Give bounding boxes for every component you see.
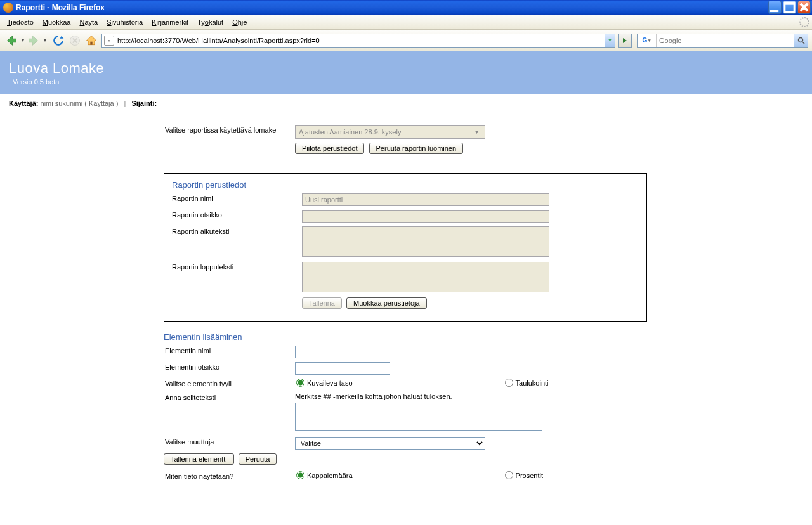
main-content: Valitse raportissa käytettävä lomake Aja… — [0, 112, 812, 480]
form-select-dropdown: Ajatusten Aamiainen 28.9. kysely ▼ — [295, 125, 485, 139]
report-outro-label: Raportin lopputeksti — [172, 262, 302, 271]
forward-dropdown: ▼ — [43, 37, 47, 43]
search-engine-selector[interactable]: G▾ — [638, 34, 657, 47]
style-descriptive-radio[interactable]: Kuvaileva taso — [296, 379, 353, 387]
display-percent-label: Prosentit — [516, 472, 543, 479]
style-tabulation-radio[interactable]: Taulukointi — [505, 379, 549, 387]
element-style-label: Valitse elementin tyyli — [165, 379, 295, 387]
window-minimize-button[interactable] — [768, 1, 782, 14]
search-bar[interactable]: G▾ — [637, 34, 808, 48]
svg-rect-4 — [90, 41, 92, 44]
save-basics-button: Tallenna — [302, 297, 342, 309]
location-label: Sijainti: — [131, 100, 157, 107]
add-element-title: Elementin lisääminen — [164, 332, 812, 342]
display-mode-label: Miten tieto näytetään? — [165, 471, 295, 480]
report-name-label: Raportin nimi — [172, 193, 302, 202]
page-banner: Luova Lomake Versio 0.5 beta — [0, 51, 812, 94]
menu-sivuhistoria[interactable]: Sivuhistoria — [102, 16, 147, 28]
svg-point-5 — [798, 37, 802, 42]
info-separator: | — [124, 100, 126, 107]
svg-rect-0 — [770, 10, 778, 12]
forward-button — [26, 33, 41, 48]
element-title-input[interactable] — [295, 362, 390, 375]
back-button[interactable] — [4, 33, 19, 48]
home-button[interactable] — [84, 33, 99, 48]
cancel-report-button[interactable]: Peruuta raportin luominen — [369, 143, 464, 154]
search-input[interactable] — [657, 37, 794, 44]
variable-label: Valitse muuttuja — [165, 437, 295, 446]
element-name-label: Elementin nimi — [165, 346, 295, 354]
menu-tyokalut[interactable]: Työkalut — [193, 16, 228, 28]
app-title: Luova Lomake — [9, 60, 803, 77]
window-maximize-button[interactable] — [783, 1, 796, 14]
variable-select[interactable]: -Valitse- — [295, 437, 485, 450]
app-version: Versio 0.5 beta — [9, 78, 803, 86]
user-label: Käyttäjä: — [9, 100, 38, 107]
report-title-label: Raportin otsikko — [172, 210, 302, 219]
navigation-toolbar: ▼ ▼ ▫ ▼ G▾ — [0, 30, 812, 51]
menu-bar: Tiedosto Muokkaa Näytä Sivuhistoria Kirj… — [0, 15, 812, 30]
style-tabulation-label: Taulukointi — [516, 379, 549, 387]
edit-basics-button[interactable]: Muokkaa perustietoja — [346, 297, 427, 309]
display-count-radio[interactable]: Kappalemäärä — [296, 471, 353, 479]
cancel-element-button[interactable]: Peruuta — [239, 453, 277, 465]
report-title-input — [302, 210, 549, 223]
activity-indicator-icon — [799, 17, 809, 27]
url-dropdown[interactable]: ▼ — [605, 34, 615, 47]
menu-nayta[interactable]: Näytä — [75, 16, 102, 28]
form-select-value: Ajatusten Aamiainen 28.9. kysely — [299, 128, 401, 136]
report-intro-label: Raportin alkuteksti — [172, 226, 302, 235]
info-strip: Käyttäjä: nimi sukunimi ( Käyttäjä ) | S… — [0, 94, 812, 112]
legend-textarea[interactable] — [295, 403, 542, 431]
window-titlebar: Raportti - Mozilla Firefox — [0, 0, 812, 15]
form-select-label: Valitse raportissa käytettävä lomake — [165, 125, 295, 134]
style-descriptive-label: Kuvaileva taso — [307, 379, 353, 387]
report-outro-textarea — [302, 262, 549, 292]
report-basics-title: Raportin perustiedot — [172, 180, 639, 190]
menu-kirjanmerkit[interactable]: Kirjanmerkit — [147, 16, 193, 28]
element-title-label: Elementin otsikko — [165, 362, 295, 371]
user-value: nimi sukunimi ( Käyttäjä ) — [41, 100, 119, 107]
menu-muokkaa[interactable]: Muokkaa — [38, 16, 75, 28]
go-button[interactable] — [618, 34, 632, 48]
hide-basics-button[interactable]: Piilota perustiedot — [295, 143, 364, 154]
window-title: Raportti - Mozilla Firefox — [16, 3, 768, 12]
report-basics-panel: Raportin perustiedot Raportin nimi Rapor… — [164, 173, 647, 322]
chevron-down-icon: ▼ — [472, 126, 481, 138]
report-intro-textarea — [302, 226, 549, 257]
element-name-input[interactable] — [295, 346, 390, 358]
legend-label: Anna seliteteksti — [165, 392, 295, 401]
display-percent-radio[interactable]: Prosentit — [505, 471, 543, 479]
legend-hint: Merkitse ## -merkeillä kohta johon halua… — [295, 392, 812, 400]
page-favicon-icon: ▫ — [104, 36, 114, 46]
display-count-label: Kappalemäärä — [307, 472, 353, 479]
firefox-icon — [3, 3, 13, 13]
svg-rect-2 — [785, 3, 794, 5]
back-dropdown[interactable]: ▼ — [20, 37, 25, 43]
url-input[interactable] — [116, 37, 605, 44]
search-submit-button[interactable] — [794, 34, 808, 47]
window-close-button[interactable] — [797, 1, 811, 14]
report-name-input — [302, 193, 549, 206]
reload-button[interactable] — [51, 33, 66, 48]
address-bar[interactable]: ▫ ▼ — [102, 34, 615, 48]
save-element-button[interactable]: Tallenna elementti — [164, 453, 234, 465]
stop-button — [67, 33, 82, 48]
menu-ohje[interactable]: Ohje — [228, 16, 251, 28]
menu-tiedosto[interactable]: Tiedosto — [3, 16, 38, 28]
